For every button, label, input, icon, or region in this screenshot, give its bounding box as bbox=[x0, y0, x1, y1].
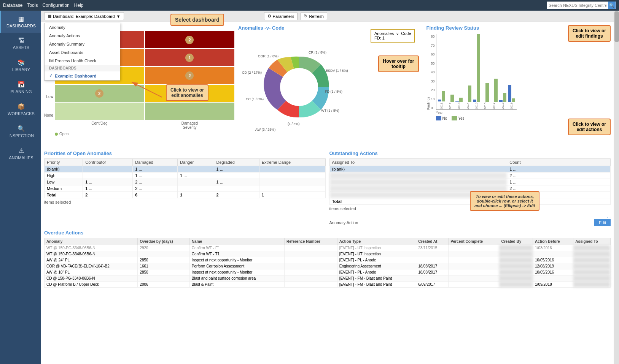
dropdown-asset-dashboards[interactable]: Asset Dashboards bbox=[45, 48, 120, 57]
bar-2013-yes[interactable] bbox=[459, 98, 463, 102]
table-row[interactable]: 1 ... bbox=[329, 179, 611, 185]
anomaly-action-row: ... bbox=[329, 214, 611, 218]
dropdown-anomaly-summary[interactable]: Anomaly Summary bbox=[45, 40, 120, 48]
dropdown-anomaly[interactable]: Anomaly bbox=[45, 23, 120, 32]
top-bar: Database Tools Configuration Help 🔍 bbox=[0, 0, 619, 11]
refresh-button[interactable]: ↻ Refresh bbox=[301, 12, 327, 20]
bar-2011-yes[interactable] bbox=[442, 91, 445, 101]
label-aw: AW (3 / 25%) bbox=[255, 128, 275, 131]
label-cor: COR (1 / 8%) bbox=[258, 54, 278, 58]
table-row-total: Total 2 6 1 2 1 bbox=[45, 192, 326, 198]
legend-no-color bbox=[436, 116, 441, 120]
sidebar-item-inspection[interactable]: 🔍 INSPECTION bbox=[0, 120, 41, 142]
table-row[interactable]: (blank) 1 ... 1 ... bbox=[45, 166, 326, 173]
search-box: 🔍 bbox=[547, 2, 616, 9]
parameters-button[interactable]: ⚙ Parameters bbox=[264, 12, 298, 20]
bar-2012-yes[interactable] bbox=[450, 95, 454, 102]
matrix-cell-high-1[interactable]: 1 bbox=[145, 49, 234, 66]
workpacks-icon: 📦 bbox=[4, 103, 38, 110]
col-pct: Percent Complete bbox=[449, 238, 499, 245]
matrix-legend: Open bbox=[55, 132, 234, 136]
scrollbar[interactable] bbox=[614, 11, 619, 364]
dashboard-content: Anomaly Risk Matrix (Revised) Crit High … bbox=[41, 22, 614, 364]
menu-database[interactable]: Database bbox=[3, 3, 22, 8]
donut-svg[interactable]: CR (1 / 8%) ESDV (1 / 8%) FD (1 / 8%) WT… bbox=[238, 34, 360, 140]
priorities-table: Priority Contributor Damaged Danger Degr… bbox=[44, 158, 326, 198]
priorities-footer: items selected bbox=[44, 200, 326, 204]
findings-callout: Click to view or edit findings bbox=[568, 25, 611, 42]
priorities-title: Priorities of Open Anomalies bbox=[44, 150, 326, 156]
sidebar-item-planning[interactable]: 📅 PLANNING bbox=[0, 76, 41, 98]
search-input[interactable] bbox=[547, 2, 608, 8]
col-action-before: Action Before bbox=[533, 238, 573, 245]
menu-help[interactable]: Help bbox=[74, 3, 84, 8]
bar-group-2016: 2016 bbox=[482, 30, 489, 109]
matrix-cell-none-0[interactable] bbox=[55, 103, 144, 120]
table-row[interactable]: AW @ 24" PL 2850 Inspect at next opportu… bbox=[45, 257, 611, 263]
bar-2015-yes[interactable] bbox=[477, 34, 480, 102]
scrollbar-thumb[interactable] bbox=[614, 11, 619, 42]
matrix-cell-none-1[interactable] bbox=[145, 103, 234, 120]
sidebar-item-dashboards[interactable]: ▦ DASHBOARDS bbox=[0, 11, 41, 33]
dropdown-im-health[interactable]: IM Process Health Check bbox=[45, 57, 120, 65]
ellipsis-link[interactable]: ... bbox=[607, 214, 611, 218]
dashboards-icon: ▦ bbox=[4, 15, 38, 22]
table-row[interactable]: High 1 ... 1 ... bbox=[45, 173, 326, 179]
search-button[interactable]: 🔍 bbox=[608, 2, 616, 9]
dashboard-label: Dashboard: Example: Dashboard bbox=[53, 14, 115, 19]
sidebar-label-assets: ASSETS bbox=[4, 45, 38, 50]
hover-tooltip-callout: Hover over for tooltip bbox=[378, 55, 419, 72]
table-row[interactable]: Low 1 ... 2 ... 1 ... bbox=[45, 179, 326, 185]
bar-group-2011: 2011 bbox=[438, 29, 445, 109]
table-row[interactable]: AW @ 10" PL 2850 Inspect at next opportu… bbox=[45, 269, 611, 275]
col-anomaly: Anomaly bbox=[45, 238, 138, 245]
table-row[interactable]: COR @ VD-FACE(B)-ELEV(-104)-B2 1661 Perf… bbox=[45, 263, 611, 269]
col-count: Count bbox=[507, 159, 611, 166]
bar-2015-no[interactable] bbox=[473, 100, 476, 102]
dropdown-example-dashboard[interactable]: ✓ Example: Dashboard bbox=[45, 71, 120, 80]
bar-2016-yes[interactable] bbox=[485, 83, 489, 102]
outstanding-actions-section: Outstanding Actions Assigned To Count bbox=[329, 150, 611, 226]
bar-group-2015: 2015 bbox=[473, 30, 480, 109]
col-contributor: Contributor bbox=[83, 159, 133, 166]
inspection-icon: 🔍 bbox=[4, 125, 38, 132]
edit-button[interactable]: Edit bbox=[594, 219, 611, 226]
main-panel: ▦ Dashboard: Example: Dashboard ▼ Anomal… bbox=[41, 11, 614, 364]
bar-2011-no[interactable] bbox=[438, 100, 441, 101]
menu-configuration[interactable]: Configuration bbox=[42, 3, 69, 8]
table-row[interactable]: CD @ 150-PG-3348-06B6-N Blast and paint … bbox=[45, 275, 611, 282]
sidebar-item-assets[interactable]: 🏗 ASSETS bbox=[0, 33, 41, 54]
matrix-cell-med-1[interactable]: 2 bbox=[145, 67, 234, 84]
bar-2014-yes[interactable] bbox=[468, 85, 471, 102]
matrix-cell-low-0[interactable]: 2 bbox=[55, 85, 144, 102]
bar-2018-no[interactable] bbox=[499, 100, 503, 102]
label-cr: CR (1 / 8%) bbox=[309, 51, 326, 54]
col-overdue-days: Overdue by (days) bbox=[138, 238, 189, 245]
sidebar-item-workpacks[interactable]: 📦 WORKPACKS bbox=[0, 98, 41, 120]
sidebar-item-anomalies[interactable]: ⚠ ANOMALIES bbox=[0, 142, 41, 165]
chevron-down-icon: ▼ bbox=[116, 14, 121, 19]
assets-icon: 🏗 bbox=[4, 37, 38, 44]
table-row[interactable]: (blank) 1 ... bbox=[329, 166, 611, 173]
col-extreme: Extreme Dange bbox=[259, 159, 325, 166]
table-row[interactable]: CD @ Platform B / Upper Deck 2006 Blast … bbox=[45, 282, 611, 288]
overdue-actions-table: Anomaly Overdue by (days) Name Reference… bbox=[44, 238, 611, 288]
bar-2017-yes[interactable] bbox=[494, 79, 498, 102]
bar-chart-wrapper: Findings 0 10 20 30 40 50 60 70 bbox=[426, 34, 611, 110]
table-row[interactable]: 2 ... bbox=[329, 185, 611, 192]
dropdown-anomaly-actions[interactable]: Anomaly Actions bbox=[45, 32, 120, 40]
table-row[interactable]: 2 ... bbox=[329, 173, 611, 179]
menu-tools[interactable]: Tools bbox=[27, 3, 38, 8]
table-row[interactable]: WT @ 150-PG-3348-06B6-N 2920 Confirm WT … bbox=[45, 245, 611, 251]
sidebar-item-library[interactable]: 📚 LIBRARY bbox=[0, 54, 41, 76]
bar-2019-no[interactable] bbox=[508, 85, 511, 102]
bar-2019-yes[interactable] bbox=[512, 98, 515, 102]
bar-2018-yes[interactable] bbox=[503, 93, 506, 102]
x-axis: Cont/Deg DamagedSeverity bbox=[55, 121, 234, 130]
table-row[interactable]: Medium 1 ... 2 ... bbox=[45, 185, 326, 192]
matrix-cell-crit-1[interactable]: 2 bbox=[145, 31, 234, 48]
table-row[interactable]: WT @ 150-PG-3348-06B6-N Confirm WT - T1 … bbox=[45, 251, 611, 257]
legend-yes-label: Yes bbox=[458, 116, 464, 120]
dashboard-selector[interactable]: ▦ Dashboard: Example: Dashboard ▼ bbox=[44, 12, 124, 20]
label-esdv: ESDV (1 / 8%) bbox=[326, 69, 348, 73]
